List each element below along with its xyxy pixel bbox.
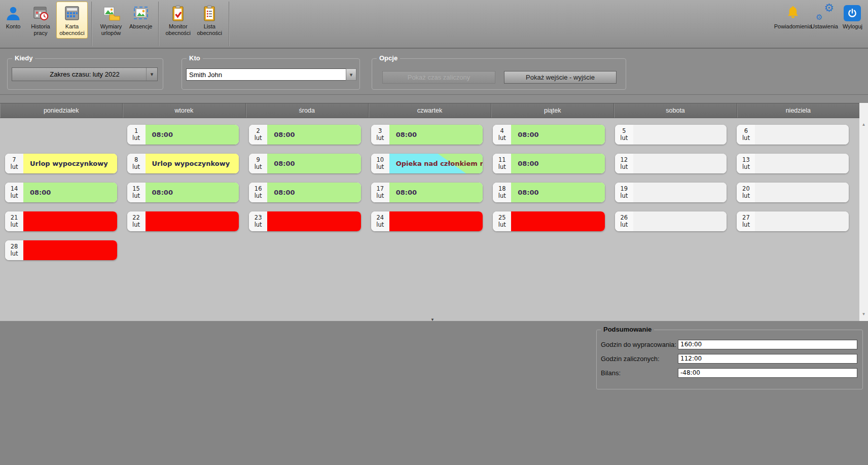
day-label: 18lut: [493, 183, 511, 202]
cell-entry: [755, 183, 849, 202]
groupbox-kto-label: Kto: [187, 54, 203, 62]
toolbar-button-konto[interactable]: Konto: [2, 2, 25, 32]
cell-entry: [633, 125, 727, 145]
toolbar-button-powiadomienia[interactable]: Powiadomienia: [777, 2, 809, 32]
month-abbr: lut: [376, 164, 384, 170]
show-in-out-button[interactable]: Pokaż wejście - wyjście: [504, 71, 617, 84]
calendar-cell-5-lut[interactable]: 5lut: [615, 125, 727, 145]
toolbar-button-wymiary-urlopow[interactable]: Wymiary urlopów: [95, 2, 127, 39]
groupbox-kiedy-label: Kiedy: [12, 54, 35, 62]
cell-entry: 08:00: [267, 183, 361, 202]
calendar-cell-6-lut[interactable]: 6lut: [737, 125, 849, 145]
calendar-cell-12-lut[interactable]: 12lut: [615, 154, 727, 173]
splitter-handle[interactable]: [429, 316, 436, 323]
scroll-up-icon[interactable]: [859, 120, 868, 128]
cell-entry: [146, 211, 239, 231]
scroll-down-icon[interactable]: [859, 310, 868, 318]
cell-entry: [755, 211, 849, 231]
calendar-cell-18-lut[interactable]: 18lut08:00: [493, 183, 605, 202]
calendar-cell-10-lut[interactable]: 10lutOpieka nad członkiem rodziny: [371, 154, 483, 173]
month-abbr: lut: [376, 193, 384, 199]
cell-entry: 08:00: [511, 125, 605, 145]
toolbar-button-absencje[interactable]: Absencje: [127, 2, 155, 32]
cell-entry: [389, 211, 483, 231]
toolbar-button-wyloguj[interactable]: Wyloguj: [840, 2, 865, 32]
day-label: 28lut: [5, 240, 23, 260]
day-number: 12: [621, 157, 628, 163]
chevron-down-icon[interactable]: [346, 68, 356, 81]
month-abbr: lut: [620, 193, 628, 199]
bottom-panel: Podsumowanie Godzin do wypracowania:Godz…: [0, 321, 868, 465]
day-label: 16lut: [249, 183, 267, 202]
cell-entry: 08:00: [389, 125, 483, 145]
calendar-cell-9-lut[interactable]: 9lut08:00: [249, 154, 361, 173]
toolbar-button-lista-obecnosci[interactable]: Lista obecności: [194, 2, 225, 39]
toolbar-button-karta-obecnosci[interactable]: Karta obecności: [56, 2, 88, 39]
day-number: 6: [744, 128, 748, 134]
calendar-cell-28-lut[interactable]: 28lut: [5, 240, 117, 260]
cell-entry-text: Urlop wypoczynkowy: [152, 160, 230, 167]
cell-entry-text: 08:00: [518, 189, 538, 196]
time-range-dropdown[interactable]: Zakres czasu: luty 2022: [12, 67, 158, 81]
toolbar-button-label: Wymiary urlopów: [98, 23, 124, 37]
employee-input[interactable]: [186, 68, 346, 81]
calendar-cell-13-lut[interactable]: 13lut: [737, 154, 849, 173]
toolbar-button-ustawienia[interactable]: ⚙⚙Ustawienia: [809, 2, 840, 32]
summary-label: Bilans:: [601, 369, 678, 377]
day-number: 10: [376, 157, 384, 163]
month-abbr: lut: [742, 193, 750, 199]
calendar-cell-24-lut[interactable]: 24lut: [371, 211, 483, 231]
cell-entry-text: Opieka nad członkiem rodziny: [396, 160, 483, 167]
calendar-cell-17-lut[interactable]: 17lut08:00: [371, 183, 483, 202]
summary-row: Godzin do wypracowania:: [601, 339, 857, 349]
toolbar-separator: [158, 2, 159, 46]
month-abbr: lut: [742, 164, 750, 170]
day-label: 11lut: [493, 154, 511, 173]
power-icon: [844, 5, 861, 21]
month-abbr: lut: [742, 222, 750, 228]
calendar-cell-16-lut[interactable]: 16lut08:00: [249, 183, 361, 202]
vertical-scrollbar[interactable]: [859, 103, 868, 321]
calendar-cell-4-lut[interactable]: 4lut08:00: [493, 125, 605, 145]
calendar-cell-14-lut[interactable]: 14lut08:00: [5, 183, 117, 202]
day-number: 21: [11, 214, 18, 221]
calendar-cell-1-lut[interactable]: 1lut08:00: [127, 125, 239, 145]
summary-value-field[interactable]: [678, 368, 857, 378]
cell-entry: 08:00: [511, 183, 605, 202]
summary-label: Godzin zaliczonych:: [601, 355, 678, 363]
calendar-cell-11-lut[interactable]: 11lut08:00: [493, 154, 605, 173]
cell-entry: [267, 211, 361, 231]
calendar-cell-20-lut[interactable]: 20lut: [737, 183, 849, 202]
calendar-cell-8-lut[interactable]: 8lutUrlop wypoczynkowy: [127, 154, 239, 173]
calendar-cell-23-lut[interactable]: 23lut: [249, 211, 361, 231]
cell-entry: [23, 211, 117, 231]
calendar-cell-19-lut[interactable]: 19lut: [615, 183, 727, 202]
summary-label: Godzin do wypracowania:: [601, 341, 678, 348]
calendar-cell-2-lut[interactable]: 2lut08:00: [249, 125, 361, 145]
calendar-cell-26-lut[interactable]: 26lut: [615, 211, 727, 231]
day-label: 22lut: [127, 211, 146, 231]
calendar-cell-15-lut[interactable]: 15lut08:00: [127, 183, 239, 202]
toolbar-button-label: Monitor obecności: [165, 23, 191, 37]
cell-entry: [633, 211, 727, 231]
day-number: 4: [500, 128, 504, 134]
day-number: 23: [255, 214, 262, 221]
weekday-header-sobota: sobota: [614, 103, 737, 118]
cell-entry: [23, 240, 117, 260]
summary-value-field[interactable]: [678, 340, 857, 349]
show-credited-time-button: Pokaż czas zaliczony: [382, 71, 495, 84]
toolbar-button-monitor-obecnosci[interactable]: Monitor obecności: [162, 2, 194, 39]
calendar-cell-27-lut[interactable]: 27lut: [737, 211, 849, 231]
image-selection-icon: [132, 4, 150, 22]
calendar-cell-21-lut[interactable]: 21lut: [5, 211, 117, 231]
calendar-cell-7-lut[interactable]: 7lutUrlop wypoczynkowy: [5, 154, 117, 173]
calendar-cell-3-lut[interactable]: 3lut08:00: [371, 125, 483, 145]
toolbar-button-label: Konto: [6, 23, 21, 30]
calendar-cell-25-lut[interactable]: 25lut: [493, 211, 605, 231]
summary-value-field[interactable]: [678, 354, 857, 364]
day-label: 27lut: [737, 211, 755, 231]
toolbar-button-label: Absencje: [129, 23, 152, 30]
calendar-cell-22-lut[interactable]: 22lut: [127, 211, 239, 231]
toolbar-button-historia-pracy[interactable]: Historia pracy: [25, 2, 56, 39]
time-range-value: Zakres czasu: luty 2022: [50, 70, 119, 78]
